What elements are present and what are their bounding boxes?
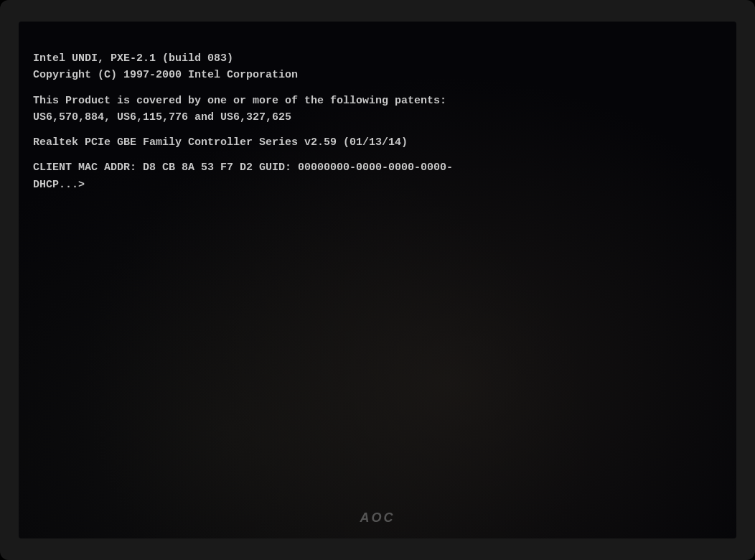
- blank-line-2: [33, 126, 722, 134]
- bios-line-5: Realtek PCIe GBE Family Controller Serie…: [33, 134, 722, 151]
- screen: Intel UNDI, PXE-2.1 (build 083) Copyrigh…: [19, 22, 736, 538]
- bios-line-6: CLIENT MAC ADDR: D8 CB 8A 53 F7 D2 GUID:…: [33, 159, 722, 176]
- bios-line-2: Copyright (C) 1997-2000 Intel Corporatio…: [33, 67, 722, 83]
- blank-line-3: [33, 151, 722, 159]
- monitor-brand-label: AOC: [360, 510, 395, 526]
- bios-line-7: DHCP...>: [33, 177, 722, 193]
- bios-line-4: US6,570,884, US6,115,776 and US6,327,625: [33, 109, 722, 126]
- bios-line-3: This Product is covered by one or more o…: [33, 93, 722, 109]
- blank-line-1: [33, 84, 722, 93]
- terminal-output: Intel UNDI, PXE-2.1 (build 083) Copyrigh…: [33, 50, 722, 193]
- monitor-outer: Intel UNDI, PXE-2.1 (build 083) Copyrigh…: [0, 0, 755, 560]
- bios-line-1: Intel UNDI, PXE-2.1 (build 083): [33, 50, 722, 67]
